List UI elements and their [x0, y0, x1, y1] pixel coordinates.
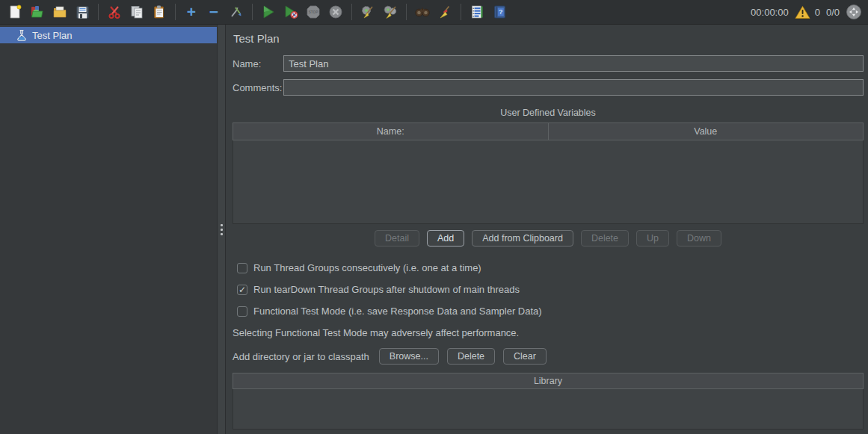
library-table: Library [233, 373, 864, 430]
remote-indicator-icon [846, 4, 862, 20]
function-helper-button[interactable] [467, 2, 487, 22]
udv-section-title: User Defined Variables [233, 108, 864, 118]
functional-mode-checkbox[interactable] [237, 306, 247, 317]
search-reset-icon [437, 4, 452, 19]
down-button[interactable]: Down [677, 230, 721, 247]
toolbar-status-area: 00:00:00 0 0/0 [751, 4, 864, 20]
detail-button[interactable]: Detail [375, 230, 419, 247]
paste-button[interactable] [149, 2, 170, 22]
classpath-section: Add directory or jar to classpath Browse… [233, 348, 864, 365]
elapsed-timer: 00:00:00 [751, 7, 789, 18]
start-no-timers-button[interactable] [280, 2, 301, 22]
library-column-header[interactable]: Library [233, 373, 864, 389]
workspace: Test Plan Test Plan Name: Comments: User… [0, 25, 868, 434]
zoom-in-icon: + [187, 4, 196, 19]
comments-label: Comments: [233, 82, 283, 93]
zoom-out-button[interactable]: − [203, 2, 224, 22]
thread-count: 0/0 [826, 7, 840, 18]
toolbar-separator [406, 4, 407, 20]
clear-button[interactable] [357, 2, 378, 22]
classpath-delete-button[interactable]: Delete [447, 348, 495, 365]
teardown-checkbox[interactable]: ✓ [237, 285, 247, 295]
page-title: Test Plan [233, 32, 864, 45]
flask-icon [16, 29, 27, 41]
test-plan-tree: Test Plan [0, 25, 217, 434]
delete-row-button[interactable]: Delete [581, 230, 629, 247]
udv-table-body[interactable] [233, 140, 864, 224]
toggle-icon [229, 4, 244, 19]
copy-button[interactable] [126, 2, 147, 22]
open-button[interactable] [49, 2, 70, 22]
svg-text:?: ? [499, 8, 503, 16]
classpath-clear-button[interactable]: Clear [503, 348, 547, 365]
shutdown-icon [328, 4, 343, 19]
clear-all-button[interactable] [380, 2, 401, 22]
start-button[interactable] [258, 2, 279, 22]
udv-button-row: Detail Add Add from Clipboard Delete Up … [233, 230, 864, 247]
panel-splitter[interactable] [217, 25, 226, 434]
save-button[interactable] [72, 2, 93, 22]
functional-mode-note: Selecting Functional Test Mode may adver… [233, 327, 864, 338]
udv-column-name[interactable]: Name: [233, 123, 548, 140]
toolbar-separator [461, 4, 461, 20]
new-file-icon [7, 4, 22, 19]
svg-text:STOP: STOP [309, 10, 318, 14]
toolbar-separator [252, 4, 253, 20]
toolbar: + − STOP [0, 0, 868, 25]
help-icon: ? [493, 4, 507, 19]
start-icon [261, 4, 276, 19]
toolbar-separator [351, 4, 352, 20]
tree-item-test-plan[interactable]: Test Plan [0, 27, 217, 43]
save-icon [76, 5, 90, 19]
stop-button[interactable]: STOP [303, 2, 324, 22]
zoom-in-button[interactable]: + [181, 2, 202, 22]
clear-all-icon [383, 4, 398, 19]
shutdown-button[interactable] [325, 2, 346, 22]
add-from-clipboard-button[interactable]: Add from Clipboard [472, 230, 573, 247]
templates-icon [30, 4, 45, 19]
search-icon [414, 4, 431, 19]
functional-mode-label: Functional Test Mode (i.e. save Response… [253, 306, 542, 317]
copy-icon [129, 4, 144, 19]
options-section: Run Thread Groups consecutively (i.e. on… [233, 262, 864, 317]
templates-button[interactable] [27, 2, 48, 22]
zoom-out-icon: − [209, 4, 218, 19]
cut-button[interactable] [104, 2, 125, 22]
tree-item-label: Test Plan [32, 30, 72, 41]
name-input[interactable] [283, 55, 864, 72]
name-label: Name: [233, 58, 283, 69]
toolbar-separator [175, 4, 176, 20]
cut-icon [107, 4, 122, 19]
udv-column-value[interactable]: Value [548, 123, 864, 140]
run-consecutively-checkbox[interactable] [237, 263, 247, 273]
comments-input[interactable] [283, 79, 864, 96]
library-table-body[interactable] [233, 389, 864, 430]
stop-icon: STOP [306, 4, 321, 19]
test-plan-config-panel: Test Plan Name: Comments: User Defined V… [226, 25, 868, 434]
open-folder-icon [52, 4, 67, 19]
browse-button[interactable]: Browse... [379, 348, 439, 365]
classpath-label: Add directory or jar to classpath [233, 351, 369, 362]
error-count: 0 [815, 7, 820, 18]
paste-icon [152, 4, 167, 19]
new-file-button[interactable] [4, 2, 25, 22]
add-button[interactable]: Add [427, 230, 464, 247]
help-button[interactable]: ? [489, 2, 510, 22]
search-reset-button[interactable] [434, 2, 455, 22]
log-errors-indicator[interactable]: 0 [795, 5, 820, 19]
udv-table-header: Name: Value [233, 123, 864, 140]
function-helper-icon [470, 4, 484, 19]
toggle-button[interactable] [226, 2, 247, 22]
clear-icon [360, 4, 376, 19]
up-button[interactable]: Up [636, 230, 669, 247]
toolbar-separator [98, 4, 99, 20]
warning-icon [795, 5, 810, 19]
start-no-timers-icon [283, 4, 299, 19]
teardown-label: Run tearDown Thread Groups after shutdow… [253, 284, 520, 295]
run-consecutively-label: Run Thread Groups consecutively (i.e. on… [253, 262, 481, 273]
search-button[interactable] [412, 2, 433, 22]
